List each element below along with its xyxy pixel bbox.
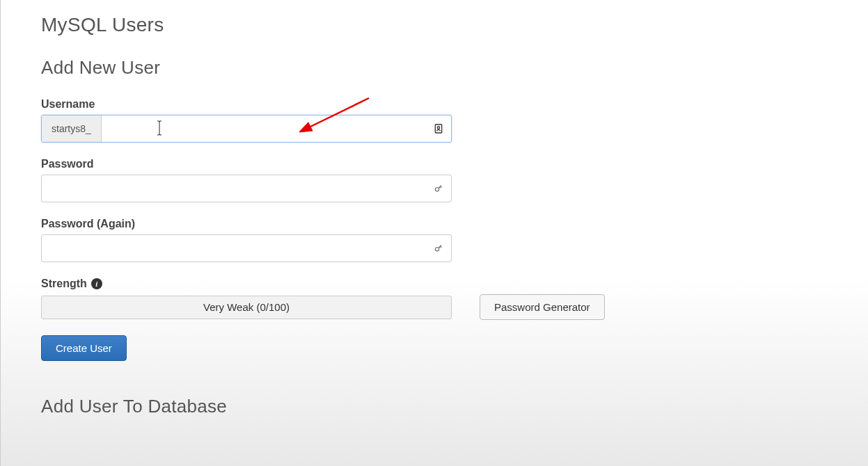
username-input-group: startys8_ xyxy=(41,115,452,143)
svg-point-1 xyxy=(437,127,439,129)
password-again-group: Password (Again) xyxy=(41,218,868,262)
username-label: Username xyxy=(41,98,868,111)
password-generator-button[interactable]: Password Generator xyxy=(480,294,605,320)
strength-meter: Very Weak (0/100) xyxy=(41,296,452,319)
strength-text: Very Weak (0/100) xyxy=(203,301,290,313)
strength-label: Strength xyxy=(41,278,87,290)
username-prefix: startys8_ xyxy=(42,115,102,142)
info-icon[interactable]: i xyxy=(91,278,102,289)
key-icon xyxy=(432,182,445,195)
contacts-icon xyxy=(432,122,445,135)
key-icon xyxy=(432,242,445,255)
mysql-users-heading: MySQL Users xyxy=(41,14,868,36)
username-input[interactable] xyxy=(102,115,451,142)
password-label: Password xyxy=(41,158,868,170)
password-group: Password xyxy=(41,158,868,202)
add-user-to-database-heading: Add User To Database xyxy=(41,396,868,417)
password-again-label: Password (Again) xyxy=(41,218,868,230)
svg-point-2 xyxy=(435,188,439,191)
password-input[interactable] xyxy=(41,175,452,202)
username-group: Username startys8_ xyxy=(41,98,868,143)
create-user-button[interactable]: Create User xyxy=(41,335,127,361)
add-new-user-heading: Add New User xyxy=(41,57,868,79)
password-again-input[interactable] xyxy=(41,234,452,262)
svg-point-3 xyxy=(435,248,439,251)
strength-group: Strength i Very Weak (0/100) Password Ge… xyxy=(41,278,868,320)
